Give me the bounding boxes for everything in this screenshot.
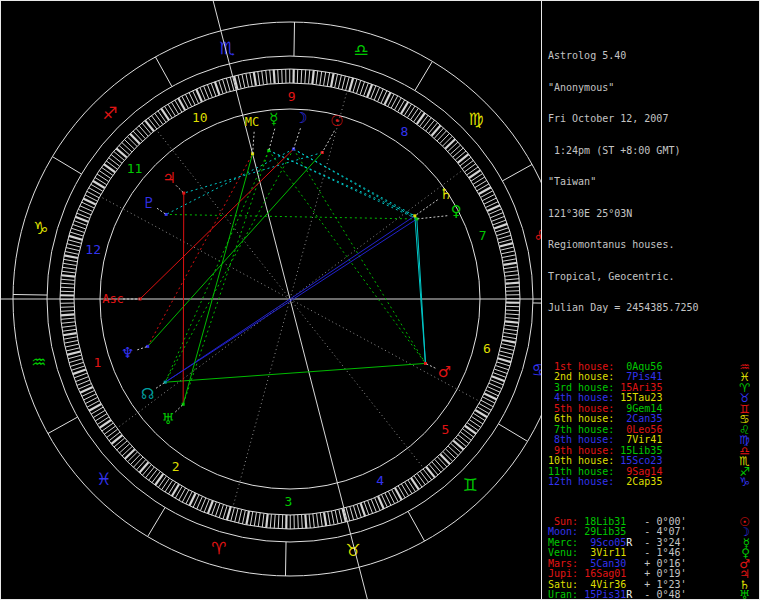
mc-angle-label: MC xyxy=(245,115,259,129)
degree-tick xyxy=(423,118,432,129)
degree-tick xyxy=(72,224,85,229)
house-value: 7Pis41 xyxy=(614,371,662,382)
degree-tick xyxy=(499,239,513,243)
house-value: 0Leo56 xyxy=(614,424,662,435)
node-pointer-line xyxy=(156,382,165,388)
planet-value: 15Pis31 xyxy=(578,589,626,600)
degree-tick xyxy=(453,441,464,450)
house-number-9: 9 xyxy=(288,89,296,104)
degree-tick xyxy=(66,248,80,251)
degree-tick xyxy=(64,255,78,258)
planet-label: Satu: xyxy=(548,579,578,590)
degree-tick xyxy=(75,377,88,382)
house-number-12: 12 xyxy=(85,242,101,257)
degree-tick xyxy=(445,139,455,149)
degree-tick xyxy=(498,235,511,239)
degree-tick xyxy=(353,505,357,518)
degree-tick xyxy=(124,139,134,149)
house-number-6: 6 xyxy=(483,341,491,356)
sign-glyph-pisces: ♓ xyxy=(96,469,111,489)
degree-tick xyxy=(111,435,122,444)
aspect-sextile-merc-venu xyxy=(269,151,417,219)
degree-tick xyxy=(298,515,299,529)
planet-label: Jupi: xyxy=(548,568,578,579)
degree-tick xyxy=(64,340,78,343)
sun-glyph: ☉ xyxy=(330,112,343,130)
degree-tick xyxy=(61,322,75,323)
degree-tick xyxy=(501,347,515,350)
degree-tick xyxy=(324,72,326,86)
planet-value: 4Vir36 xyxy=(578,579,626,590)
degree-tick xyxy=(361,503,366,516)
degree-tick xyxy=(328,512,330,526)
house-value: 2Can35 xyxy=(614,413,662,424)
degree-tick xyxy=(242,510,245,524)
house-label: 10th house: xyxy=(548,455,614,466)
degree-tick xyxy=(262,71,264,85)
satu-pointer-line xyxy=(415,200,438,216)
degree-tick xyxy=(309,70,310,84)
sign-glyph-capricorn: ♑ xyxy=(33,218,48,238)
sign-boundary xyxy=(48,417,78,434)
degree-tick xyxy=(61,318,75,319)
plut-glyph: ♇ xyxy=(142,194,155,212)
aspect-sextile-moon-satu xyxy=(294,149,415,216)
degree-tick xyxy=(68,355,82,359)
degree-tick xyxy=(504,329,518,331)
house-label: 2nd house: xyxy=(548,371,614,382)
degree-tick xyxy=(339,509,342,523)
degree-tick xyxy=(71,228,84,232)
house-label: 11th house: xyxy=(548,466,614,477)
degree-tick xyxy=(471,416,483,424)
house-label: 9th house: xyxy=(548,445,614,456)
planet-label: Merc: xyxy=(548,537,578,548)
degree-tick xyxy=(411,108,419,120)
sign-boundary xyxy=(415,61,432,90)
planet-latitude: - 4°07' xyxy=(632,526,686,537)
sign-boundary xyxy=(285,542,286,576)
degree-tick xyxy=(506,310,520,311)
degree-tick xyxy=(494,224,507,229)
degree-tick xyxy=(500,351,514,354)
planet-label: Sun: xyxy=(548,516,578,527)
degree-tick xyxy=(68,240,82,244)
degree-tick xyxy=(368,501,373,514)
degree-tick xyxy=(448,446,458,456)
planet-label: Venu: xyxy=(548,547,578,558)
degree-tick xyxy=(99,420,111,428)
degree-tick xyxy=(65,344,79,347)
sign-glyph-libra: ♎ xyxy=(353,40,368,60)
degree-tick xyxy=(331,73,334,87)
degree-tick xyxy=(231,508,235,522)
degree-tick xyxy=(501,344,515,347)
mars-glyph: ♂ xyxy=(438,363,451,381)
house-number-3: 3 xyxy=(284,494,292,509)
degree-tick xyxy=(407,106,415,118)
planet-value: 3Vir11 xyxy=(578,547,626,558)
house-label: 3rd house: xyxy=(548,382,614,393)
degree-tick xyxy=(250,73,252,87)
degree-tick xyxy=(503,336,517,338)
house-cusp-list: 1st house: 0Aqu56♒ 2nd house: 7Pis41♓ 3r… xyxy=(548,362,760,488)
degree-tick xyxy=(215,503,220,516)
house-cusp-line xyxy=(100,196,290,299)
degree-tick xyxy=(116,148,127,157)
degree-tick xyxy=(469,170,481,178)
degree-tick xyxy=(302,515,303,529)
degree-tick xyxy=(63,263,77,265)
degree-tick xyxy=(305,514,306,528)
degree-tick xyxy=(106,429,117,437)
degree-tick xyxy=(125,449,135,459)
chart-coords: 121°30E 25°03N xyxy=(548,209,760,220)
house-value: 0Aqu56 xyxy=(614,361,662,372)
degree-tick xyxy=(492,216,505,221)
degree-tick xyxy=(208,501,213,514)
degree-tick xyxy=(320,71,322,85)
house-row: 12th house: 2Cap35♑ xyxy=(548,477,760,488)
degree-tick xyxy=(111,154,122,163)
degree-tick xyxy=(258,71,260,85)
degree-tick xyxy=(350,507,354,520)
degree-tick xyxy=(435,459,444,469)
degree-tick xyxy=(317,513,319,527)
aspect-trine-uran-mc xyxy=(183,154,252,405)
